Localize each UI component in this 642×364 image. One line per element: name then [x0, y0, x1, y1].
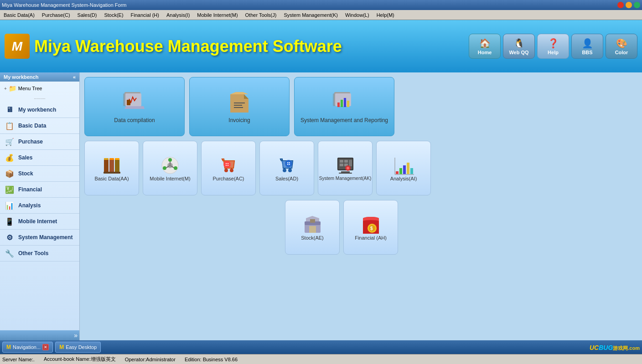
taskbar-nav-label: Navigation... [13, 344, 41, 350]
invoicing-icon [226, 90, 253, 117]
logo-icon: M [5, 34, 30, 59]
close-btn[interactable] [617, 2, 624, 8]
taskbar-easy-icon: M [59, 344, 64, 350]
sidebar-item-financial[interactable]: 💹 Financial [0, 182, 79, 198]
system-mgmt-reporting-label: System Management and Reporting [300, 117, 388, 123]
edition: Edition: Business V8.66 [185, 357, 238, 362]
menu-window[interactable]: Window(L) [342, 11, 373, 19]
nav-color-button[interactable]: 🎨 Color [606, 34, 637, 59]
nav-help-button[interactable]: ❓ Help [537, 34, 569, 59]
nav-home-label: Home [478, 50, 492, 55]
sidebar-item-sales[interactable]: 💰 Sales [0, 150, 79, 166]
svg-rect-44 [340, 160, 343, 163]
sidebar-workbench-label: My workbench [18, 107, 56, 113]
taskbar-nav-close[interactable]: ✕ [42, 344, 49, 350]
svg-point-23 [169, 164, 171, 167]
analysis-icon: 📊 [5, 200, 15, 210]
sidebar-item-workbench[interactable]: 🖥 My workbench [0, 102, 79, 118]
menu-basic-data[interactable]: Basic Data(A) [0, 11, 38, 19]
financial-icon: 💹 [5, 185, 15, 195]
banner-logo: M Miya Warehouse Management Software [5, 34, 342, 59]
basic-data-icon: 📋 [5, 121, 15, 131]
other-tools-icon: 🔧 [5, 248, 15, 258]
nav-qq-label: Web QQ [509, 50, 528, 55]
card-financial-ah[interactable]: $ Financial (AH) [343, 200, 398, 255]
svg-point-30 [224, 169, 228, 172]
sidebar-stock-label: Stock [18, 170, 33, 177]
maximize-btn[interactable] [634, 2, 640, 8]
svg-rect-6 [234, 107, 243, 108]
svg-point-31 [230, 169, 233, 172]
color-icon: 🎨 [616, 38, 627, 49]
sidebar-item-mobile[interactable]: 📱 Mobile Internet [0, 214, 79, 230]
card-system-mgmt-ak[interactable]: System Management(AK) [318, 141, 373, 195]
svg-rect-45 [340, 164, 343, 166]
sidebar-item-analysis[interactable]: 📊 Analysis [0, 198, 79, 214]
svg-point-52 [347, 167, 349, 169]
sidebar-analysis-label: Analysis [18, 202, 41, 209]
menu-purchase[interactable]: Purchase(C) [38, 11, 74, 19]
menu-other-tools[interactable]: Other Tools(J) [242, 11, 280, 19]
taskbar-nav-icon: M [6, 344, 11, 350]
bbs-icon: 👤 [582, 38, 593, 49]
menu-system-mgmt[interactable]: System Management(K) [280, 11, 342, 19]
purchase-ac-label: Purchase(AC) [212, 176, 244, 181]
nav-webqq-button[interactable]: 🐧 Web QQ [503, 34, 535, 59]
card-stock-ae[interactable]: Stock(AE) [285, 200, 340, 255]
basic-data-aa-icon [102, 155, 122, 176]
tree-label: Menu Tree [18, 86, 42, 91]
tree-menu[interactable]: + 📁 Menu Tree [2, 84, 77, 93]
menu-analysis[interactable]: Analysis(I) [163, 11, 193, 19]
menu-financial[interactable]: Financial (H) [127, 11, 163, 19]
card-analysis-ai[interactable]: Analysis(AI) [376, 141, 431, 195]
nav-bbs-button[interactable]: 👤 BBS [571, 34, 603, 59]
card-basic-data-aa[interactable]: Basic Data(AA) [84, 141, 139, 195]
taskbar-navigation[interactable]: M Navigation... ✕ [2, 342, 53, 353]
system-mgmt-ak-label: System Management(AK) [319, 176, 372, 181]
card-invoicing[interactable]: Invoicing [189, 77, 290, 136]
minimize-btn[interactable] [626, 2, 632, 8]
taskbar-easy-desktop[interactable]: M Easy Desktop [55, 342, 101, 353]
svg-rect-62 [309, 226, 316, 233]
menu-help[interactable]: Help(M) [373, 11, 398, 19]
system-mgmt-ak-icon [335, 155, 356, 176]
menu-sales[interactable]: Sales(D) [74, 11, 101, 19]
nav-home-button[interactable]: 🏠 Home [469, 34, 501, 59]
taskbar-easy-label: Easy Desktop [66, 344, 97, 350]
qq-icon: 🐧 [513, 38, 525, 49]
svg-rect-57 [410, 168, 413, 174]
card-sales-ad[interactable]: Sales(AD) [259, 141, 314, 195]
sidebar-system-mgmt-label: System Management [18, 234, 72, 241]
svg-rect-3 [127, 100, 130, 105]
menu-stock[interactable]: Stock(E) [100, 11, 127, 19]
main-layout: My workbench « + 📁 Menu Tree ········· 🖥… [0, 72, 642, 340]
svg-rect-10 [337, 103, 340, 107]
nav-bbs-label: BBS [582, 50, 592, 55]
mobile-internet-m-label: Mobile Internet(M) [150, 176, 190, 181]
svg-rect-15 [104, 158, 109, 160]
sidebar-item-basic-data[interactable]: 📋 Basic Data [0, 118, 79, 134]
sidebar-item-system-mgmt[interactable]: ⚙ System Management [0, 230, 79, 246]
svg-rect-16 [109, 159, 114, 173]
card-data-compilation[interactable]: Data compilation [84, 77, 185, 136]
expand-icon[interactable]: » [74, 332, 78, 339]
svg-rect-13 [347, 101, 349, 107]
collapse-icon[interactable]: « [73, 74, 76, 80]
system-mgmt-reporting-icon [331, 90, 358, 117]
sidebar-item-purchase[interactable]: 🛒 Purchase [0, 134, 79, 150]
analysis-ai-icon [393, 155, 414, 176]
invoicing-label: Invoicing [228, 117, 250, 123]
tree-expand-icon: + [4, 86, 7, 91]
sidebar-item-other-tools[interactable]: 🔧 Other Tools [0, 246, 79, 261]
svg-rect-53 [396, 171, 399, 174]
sales-icon: 💰 [5, 153, 15, 163]
sidebar-footer: » [0, 330, 79, 340]
card-mobile-internet-m[interactable]: Mobile Internet(M) [143, 141, 197, 195]
card-purchase-ac[interactable]: Purchase(AC) [201, 141, 256, 195]
card-system-mgmt-reporting[interactable]: System Management and Reporting [294, 77, 394, 136]
menu-mobile[interactable]: Mobile Internet(M) [193, 11, 241, 19]
svg-rect-5 [234, 105, 242, 106]
statusbar: Server Name:. Account-book Name:增强版英文 Op… [0, 354, 642, 364]
sidebar-basic-data-label: Basic Data [18, 123, 46, 129]
sidebar-item-stock[interactable]: 📦 Stock [0, 166, 79, 182]
